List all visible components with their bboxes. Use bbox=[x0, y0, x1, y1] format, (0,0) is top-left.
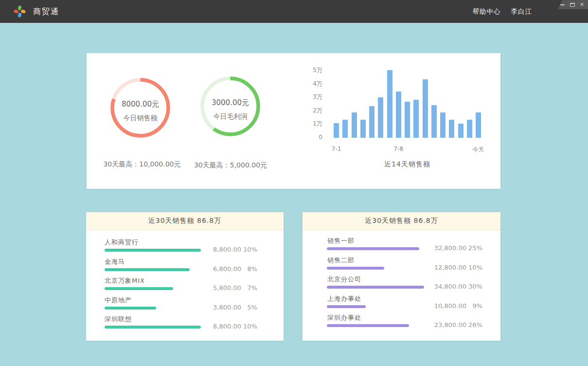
customers-sales-card: 近30天销售额 86.8万 人和商贸行 8,800.00 10% 金海马 6,8… bbox=[86, 212, 284, 341]
list-item: 深圳联想 8,800.00 10% bbox=[86, 315, 284, 334]
sales-chart-bar bbox=[405, 102, 410, 138]
app-window: 商贸通 帮助中心 李白江 ✕ 8000.00元 今日销售额 30天最高：10,0… bbox=[0, 0, 588, 366]
item-percent: 26% bbox=[466, 321, 482, 329]
help-center-link[interactable]: 帮助中心 bbox=[473, 7, 501, 16]
sales-chart-bar bbox=[476, 112, 481, 138]
item-value: 10,800.00 9% bbox=[434, 302, 482, 310]
today-summary-card: 8000.00元 今日销售额 30天最高：10,000.00元 3000.00元… bbox=[87, 53, 500, 189]
item-percent: 5% bbox=[241, 304, 257, 311]
x-axis-tick: 7-8 bbox=[393, 146, 403, 152]
username-menu[interactable]: 李白江 bbox=[511, 7, 533, 16]
item-percent: 30% bbox=[466, 283, 482, 290]
item-percent: 8% bbox=[241, 265, 257, 273]
sales-chart-bar bbox=[431, 105, 437, 138]
item-value: 23,800.00 26% bbox=[434, 321, 482, 329]
sales-chart-bar bbox=[387, 70, 392, 138]
today-profit-label: 今日毛利润 bbox=[214, 112, 248, 121]
maximize-button[interactable] bbox=[569, 1, 575, 8]
sales-chart-bar bbox=[396, 92, 401, 138]
minimize-button[interactable] bbox=[559, 1, 566, 8]
profit-30day-max: 30天最高：5,000.00元 bbox=[184, 161, 277, 170]
x-axis-tick: 今天 bbox=[473, 146, 484, 154]
item-progress-bar bbox=[105, 268, 190, 271]
item-value: 5,800.00 7% bbox=[213, 284, 257, 292]
maximize-icon bbox=[570, 3, 575, 7]
list-item: 中原地产 3,800.00 5% bbox=[86, 296, 284, 315]
sales-chart-title: 近14天销售额 bbox=[334, 160, 481, 169]
y-axis-tick: 0 bbox=[319, 134, 322, 141]
item-value: 6,800.00 8% bbox=[213, 265, 257, 273]
close-icon: ✕ bbox=[580, 2, 584, 7]
sales-chart-bar bbox=[423, 79, 428, 138]
sales-chart-bar bbox=[360, 120, 366, 138]
item-percent: 10% bbox=[466, 264, 482, 271]
item-progress-bar bbox=[105, 307, 156, 310]
item-percent: 25% bbox=[466, 244, 482, 252]
item-percent: 9% bbox=[466, 302, 482, 310]
item-percent: 10% bbox=[241, 323, 257, 330]
item-progress-bar bbox=[327, 286, 424, 289]
list-item: 销售一部 32,800.00 25% bbox=[303, 237, 500, 256]
sales-chart-bar bbox=[378, 97, 383, 138]
list-item: 深圳办事处 23,800.00 26% bbox=[303, 313, 500, 333]
sales-chart-bar bbox=[458, 124, 463, 138]
x-axis-tick: 7-1 bbox=[332, 146, 341, 152]
item-progress-bar bbox=[327, 305, 366, 308]
item-amount: 8,800.00 bbox=[213, 246, 241, 253]
item-progress-bar bbox=[105, 326, 201, 329]
y-axis-tick: 4万 bbox=[313, 80, 322, 88]
sales-chart-bar bbox=[467, 120, 472, 138]
item-progress-bar bbox=[105, 287, 173, 290]
y-axis-tick: 3万 bbox=[313, 93, 322, 101]
item-amount: 23,800.00 bbox=[434, 321, 466, 329]
item-value: 32,800.00 25% bbox=[434, 244, 482, 252]
list-item: 销售二部 12,800.00 10% bbox=[303, 256, 500, 275]
list-item: 金海马 6,800.00 8% bbox=[86, 257, 284, 277]
item-amount: 32,800.00 bbox=[434, 244, 466, 252]
titlebar-menu: 帮助中心 李白江 bbox=[473, 7, 533, 16]
sales-chart-bar bbox=[352, 112, 357, 138]
item-amount: 5,800.00 bbox=[213, 284, 241, 292]
sales-30day-max: 30天最高：10,000.00元 bbox=[96, 160, 188, 169]
list-item: 人和商贸行 8,800.00 10% bbox=[86, 238, 284, 257]
item-amount: 12,800.00 bbox=[434, 264, 466, 271]
item-value: 3,800.00 5% bbox=[213, 304, 257, 311]
customers-card-title: 近30天销售额 86.8万 bbox=[86, 212, 284, 230]
window-controls: ✕ bbox=[558, 0, 588, 9]
item-percent: 10% bbox=[241, 246, 257, 253]
sales-chart-bar bbox=[440, 112, 445, 138]
sales-chart-bar bbox=[334, 123, 339, 138]
item-value: 12,800.00 10% bbox=[434, 264, 482, 271]
titlebar: 商贸通 帮助中心 李白江 ✕ bbox=[0, 0, 588, 23]
list-item: 北京分公司 34,800.00 30% bbox=[303, 275, 500, 294]
today-sales-donut-text: 8000.00元 今日销售额 bbox=[110, 100, 170, 123]
sales-chart-x-axis: 7-17-8今天 bbox=[334, 146, 481, 153]
departments-list: 销售一部 32,800.00 25% 销售二部 12,800.00 10% 北京… bbox=[303, 237, 500, 333]
today-profit-value: 3000.00元 bbox=[212, 98, 249, 108]
close-button[interactable]: ✕ bbox=[579, 1, 585, 8]
sales-chart-y-axis: 5万4万3万2万1万0 bbox=[296, 67, 322, 141]
sales-chart-bar bbox=[449, 120, 454, 138]
item-amount: 6,800.00 bbox=[213, 265, 241, 273]
today-profit-donut-text: 3000.00元 今日毛利润 bbox=[200, 98, 260, 121]
today-sales-value: 8000.00元 bbox=[122, 100, 159, 109]
y-axis-tick: 2万 bbox=[313, 107, 322, 114]
today-sales-label: 今日销售额 bbox=[124, 114, 158, 123]
item-progress-bar bbox=[327, 267, 384, 270]
item-amount: 8,800.00 bbox=[213, 323, 241, 330]
customers-list: 人和商贸行 8,800.00 10% 金海马 6,800.00 8% 北京万象M… bbox=[86, 238, 284, 334]
item-value: 34,800.00 30% bbox=[434, 283, 482, 290]
minimize-icon bbox=[560, 4, 565, 5]
sales-chart-bar bbox=[413, 100, 419, 138]
item-amount: 10,800.00 bbox=[434, 302, 466, 310]
sales-chart-bar bbox=[342, 120, 348, 138]
item-value: 8,800.00 10% bbox=[213, 323, 257, 330]
sales-chart-bar bbox=[369, 106, 374, 138]
y-axis-tick: 1万 bbox=[313, 120, 322, 128]
item-value: 8,800.00 10% bbox=[213, 246, 257, 253]
list-item: 北京万象MIX 5,800.00 7% bbox=[86, 276, 284, 296]
list-item: 上海办事处 10,800.00 9% bbox=[303, 294, 500, 314]
item-progress-bar bbox=[327, 247, 419, 250]
item-percent: 7% bbox=[241, 284, 257, 292]
item-amount: 34,800.00 bbox=[434, 283, 466, 290]
